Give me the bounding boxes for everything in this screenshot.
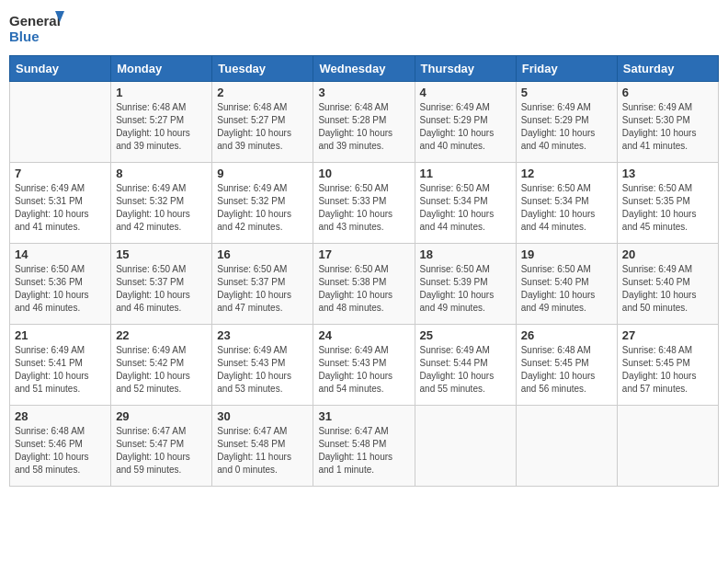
- day-info: Sunrise: 6:48 AM Sunset: 5:45 PM Dayligh…: [521, 344, 612, 396]
- day-info: Sunrise: 6:49 AM Sunset: 5:42 PM Dayligh…: [116, 344, 207, 396]
- logo-svg: GeneralBlue: [9, 9, 64, 48]
- day-info: Sunrise: 6:50 AM Sunset: 5:40 PM Dayligh…: [521, 263, 612, 315]
- day-info: Sunrise: 6:49 AM Sunset: 5:43 PM Dayligh…: [318, 344, 409, 396]
- day-info: Sunrise: 6:47 AM Sunset: 5:48 PM Dayligh…: [318, 425, 409, 477]
- day-info: Sunrise: 6:49 AM Sunset: 5:40 PM Dayligh…: [622, 263, 713, 315]
- header-cell-friday: Friday: [516, 56, 617, 82]
- day-info: Sunrise: 6:49 AM Sunset: 5:30 PM Dayligh…: [622, 101, 713, 153]
- day-info: Sunrise: 6:49 AM Sunset: 5:44 PM Dayligh…: [420, 344, 511, 396]
- day-cell: 29Sunrise: 6:47 AM Sunset: 5:47 PM Dayli…: [111, 406, 212, 487]
- day-number: 1: [116, 86, 207, 99]
- week-row-2: 7Sunrise: 6:49 AM Sunset: 5:31 PM Daylig…: [10, 163, 719, 244]
- day-info: Sunrise: 6:50 AM Sunset: 5:34 PM Dayligh…: [420, 182, 511, 234]
- day-number: 30: [217, 409, 308, 423]
- day-cell: 19Sunrise: 6:50 AM Sunset: 5:40 PM Dayli…: [516, 244, 617, 325]
- day-number: 20: [622, 247, 713, 261]
- week-row-3: 14Sunrise: 6:50 AM Sunset: 5:36 PM Dayli…: [10, 244, 719, 325]
- day-cell: [617, 406, 718, 487]
- calendar-body: 1Sunrise: 6:48 AM Sunset: 5:27 PM Daylig…: [10, 82, 719, 487]
- day-cell: 27Sunrise: 6:48 AM Sunset: 5:45 PM Dayli…: [617, 325, 718, 406]
- day-cell: 21Sunrise: 6:49 AM Sunset: 5:41 PM Dayli…: [10, 325, 111, 406]
- day-info: Sunrise: 6:50 AM Sunset: 5:36 PM Dayligh…: [15, 263, 106, 315]
- page-header: GeneralBlue: [9, 9, 719, 48]
- day-cell: [10, 82, 111, 163]
- day-info: Sunrise: 6:50 AM Sunset: 5:39 PM Dayligh…: [420, 263, 511, 315]
- day-number: 24: [318, 328, 409, 342]
- day-number: 7: [15, 167, 106, 180]
- day-info: Sunrise: 6:50 AM Sunset: 5:37 PM Dayligh…: [217, 263, 308, 315]
- day-info: Sunrise: 6:50 AM Sunset: 5:33 PM Dayligh…: [318, 182, 409, 234]
- day-cell: 30Sunrise: 6:47 AM Sunset: 5:48 PM Dayli…: [212, 406, 313, 487]
- day-number: 8: [116, 167, 207, 180]
- day-cell: 23Sunrise: 6:49 AM Sunset: 5:43 PM Dayli…: [212, 325, 313, 406]
- day-info: Sunrise: 6:50 AM Sunset: 5:37 PM Dayligh…: [116, 263, 207, 315]
- day-number: 12: [521, 167, 612, 180]
- day-info: Sunrise: 6:50 AM Sunset: 5:34 PM Dayligh…: [521, 182, 612, 234]
- day-cell: [516, 406, 617, 487]
- day-info: Sunrise: 6:50 AM Sunset: 5:38 PM Dayligh…: [318, 263, 409, 315]
- day-cell: 16Sunrise: 6:50 AM Sunset: 5:37 PM Dayli…: [212, 244, 313, 325]
- day-number: 28: [15, 409, 106, 423]
- day-info: Sunrise: 6:49 AM Sunset: 5:29 PM Dayligh…: [521, 101, 612, 153]
- week-row-4: 21Sunrise: 6:49 AM Sunset: 5:41 PM Dayli…: [10, 325, 719, 406]
- day-number: 14: [15, 247, 106, 261]
- day-cell: 5Sunrise: 6:49 AM Sunset: 5:29 PM Daylig…: [516, 82, 617, 163]
- day-cell: 10Sunrise: 6:50 AM Sunset: 5:33 PM Dayli…: [313, 163, 415, 244]
- day-cell: 18Sunrise: 6:50 AM Sunset: 5:39 PM Dayli…: [415, 244, 516, 325]
- day-number: 10: [318, 167, 409, 180]
- day-cell: 6Sunrise: 6:49 AM Sunset: 5:30 PM Daylig…: [617, 82, 718, 163]
- day-info: Sunrise: 6:47 AM Sunset: 5:48 PM Dayligh…: [217, 425, 308, 477]
- day-cell: 7Sunrise: 6:49 AM Sunset: 5:31 PM Daylig…: [10, 163, 111, 244]
- day-number: 13: [622, 167, 713, 180]
- day-cell: 24Sunrise: 6:49 AM Sunset: 5:43 PM Dayli…: [313, 325, 415, 406]
- day-number: 17: [318, 247, 409, 261]
- day-info: Sunrise: 6:50 AM Sunset: 5:35 PM Dayligh…: [622, 182, 713, 234]
- day-cell: 26Sunrise: 6:48 AM Sunset: 5:45 PM Dayli…: [516, 325, 617, 406]
- day-number: 31: [318, 409, 409, 423]
- day-number: 26: [521, 328, 612, 342]
- day-cell: 4Sunrise: 6:49 AM Sunset: 5:29 PM Daylig…: [415, 82, 516, 163]
- header-cell-monday: Monday: [111, 56, 212, 82]
- day-cell: 9Sunrise: 6:49 AM Sunset: 5:32 PM Daylig…: [212, 163, 313, 244]
- day-number: 4: [420, 86, 511, 99]
- day-cell: 20Sunrise: 6:49 AM Sunset: 5:40 PM Dayli…: [617, 244, 718, 325]
- day-number: 2: [217, 86, 308, 99]
- day-number: 15: [116, 247, 207, 261]
- day-info: Sunrise: 6:49 AM Sunset: 5:29 PM Dayligh…: [420, 101, 511, 153]
- header-cell-tuesday: Tuesday: [212, 56, 313, 82]
- day-info: Sunrise: 6:48 AM Sunset: 5:45 PM Dayligh…: [622, 344, 713, 396]
- day-info: Sunrise: 6:48 AM Sunset: 5:27 PM Dayligh…: [217, 101, 308, 153]
- week-row-1: 1Sunrise: 6:48 AM Sunset: 5:27 PM Daylig…: [10, 82, 719, 163]
- svg-text:Blue: Blue: [9, 29, 40, 44]
- day-number: 19: [521, 247, 612, 261]
- day-number: 3: [318, 86, 409, 99]
- day-cell: [415, 406, 516, 487]
- day-info: Sunrise: 6:49 AM Sunset: 5:43 PM Dayligh…: [217, 344, 308, 396]
- day-info: Sunrise: 6:47 AM Sunset: 5:47 PM Dayligh…: [116, 425, 207, 477]
- day-cell: 25Sunrise: 6:49 AM Sunset: 5:44 PM Dayli…: [415, 325, 516, 406]
- day-cell: 11Sunrise: 6:50 AM Sunset: 5:34 PM Dayli…: [415, 163, 516, 244]
- day-number: 16: [217, 247, 308, 261]
- day-number: 6: [622, 86, 713, 99]
- day-info: Sunrise: 6:49 AM Sunset: 5:32 PM Dayligh…: [217, 182, 308, 234]
- day-number: 27: [622, 328, 713, 342]
- week-row-5: 28Sunrise: 6:48 AM Sunset: 5:46 PM Dayli…: [10, 406, 719, 487]
- day-cell: 2Sunrise: 6:48 AM Sunset: 5:27 PM Daylig…: [212, 82, 313, 163]
- day-number: 5: [521, 86, 612, 99]
- day-number: 25: [420, 328, 511, 342]
- day-info: Sunrise: 6:49 AM Sunset: 5:31 PM Dayligh…: [15, 182, 106, 234]
- day-number: 23: [217, 328, 308, 342]
- day-cell: 15Sunrise: 6:50 AM Sunset: 5:37 PM Dayli…: [111, 244, 212, 325]
- header-cell-sunday: Sunday: [10, 56, 111, 82]
- calendar-table: SundayMondayTuesdayWednesdayThursdayFrid…: [9, 55, 719, 487]
- day-cell: 1Sunrise: 6:48 AM Sunset: 5:27 PM Daylig…: [111, 82, 212, 163]
- day-number: 29: [116, 409, 207, 423]
- day-number: 11: [420, 167, 511, 180]
- day-info: Sunrise: 6:48 AM Sunset: 5:27 PM Dayligh…: [116, 101, 207, 153]
- calendar-header: SundayMondayTuesdayWednesdayThursdayFrid…: [10, 56, 719, 82]
- day-cell: 14Sunrise: 6:50 AM Sunset: 5:36 PM Dayli…: [10, 244, 111, 325]
- day-info: Sunrise: 6:48 AM Sunset: 5:28 PM Dayligh…: [318, 101, 409, 153]
- day-info: Sunrise: 6:48 AM Sunset: 5:46 PM Dayligh…: [15, 425, 106, 477]
- day-number: 9: [217, 167, 308, 180]
- svg-text:General: General: [9, 13, 61, 29]
